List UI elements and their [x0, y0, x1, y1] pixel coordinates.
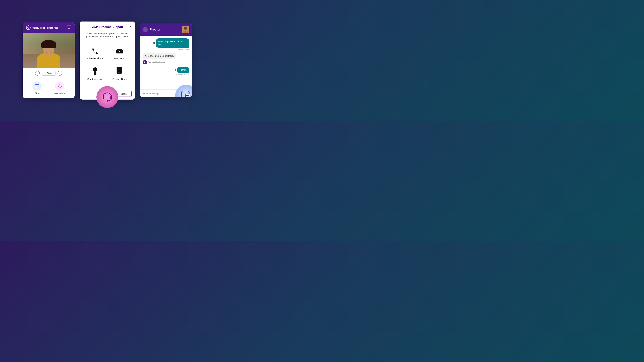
sender-avatar: P — [143, 60, 147, 64]
zoom-minus-button[interactable]: − — [35, 71, 40, 76]
proctoring-header: Verity Test Proctoring ⊡ — [23, 22, 75, 33]
camera-feed — [23, 33, 75, 68]
svg-rect-10 — [116, 67, 122, 74]
svg-point-0 — [26, 26, 30, 30]
proctoring-title: Verity Test Proctoring — [32, 26, 58, 29]
proctoring-action-bar: Chat Assistance — [23, 78, 75, 98]
back-button[interactable]: ← — [143, 27, 148, 32]
message-bubble-1: I have a question. Can you help? — [156, 38, 189, 48]
zoom-plus-button[interactable]: + — [58, 71, 62, 76]
message-meta-1: 3m ago. Seen — [176, 48, 190, 50]
product-docs-option[interactable]: Product Docs — [107, 63, 132, 84]
message-meta-2: < 1m ago. Seen — [175, 74, 189, 76]
proctor-avatar-image — [182, 26, 189, 33]
modal-header: YuJa Product Support ✕ — [80, 22, 135, 30]
svg-rect-7 — [116, 49, 123, 53]
modal-close-button[interactable]: ✕ — [128, 25, 132, 29]
send-message-option[interactable]: Send Message — [83, 63, 107, 84]
sender-name: Sam Jenkins 2m ago — [148, 61, 165, 63]
svg-rect-2 — [36, 85, 37, 85]
chat-icon-circle — [32, 81, 42, 91]
header-brand: Verity Test Proctoring — [26, 25, 58, 30]
send-message-icon — [91, 66, 100, 76]
chat-icon — [35, 84, 40, 88]
assistance-icon-circle — [55, 81, 64, 91]
zoom-value-display: 100% — [42, 71, 56, 76]
svg-rect-9 — [94, 72, 96, 75]
modal-title: YuJa Product Support — [92, 25, 123, 29]
chat-messages: I have a question. Can you help? 3m ago.… — [140, 36, 192, 89]
proctor-avatar — [182, 26, 189, 33]
message-dot-1 — [154, 42, 155, 44]
assistance-label: Assistance — [54, 92, 65, 94]
message-incoming-1: Yes, of course! Be right there. P Sam Je… — [143, 53, 189, 64]
chat-title: Proctor — [150, 28, 160, 31]
message-outgoing-2: Thanks! < 1m ago. Seen — [143, 67, 189, 76]
assistance-action-button[interactable]: Assistance — [54, 81, 65, 94]
send-email-option[interactable]: Send Email — [107, 43, 132, 63]
svg-rect-3 — [36, 86, 38, 86]
modal-subtitle: We're here to help! For product assistan… — [80, 30, 135, 42]
verity-logo-icon — [26, 25, 31, 30]
email-icon — [116, 47, 124, 55]
product-docs-label: Product Docs — [112, 78, 126, 80]
svg-point-6 — [59, 87, 60, 88]
zoom-controls: − 100% + — [23, 68, 75, 78]
docs-icon — [116, 66, 123, 76]
phone-icon — [91, 47, 100, 55]
chat-header-left: ← Proctor — [143, 27, 160, 32]
send-email-label: Send Email — [114, 57, 126, 60]
support-options-grid: Toll-Free Phone Send Email Send Message — [80, 42, 135, 88]
message-dot-2 — [174, 69, 176, 70]
chat-header: ← Proctor — [140, 23, 192, 36]
svg-rect-14 — [103, 96, 104, 99]
chat-label: Chat — [35, 92, 39, 94]
headset-small-icon — [57, 84, 62, 88]
layout-toggle-icon[interactable]: ⊡ — [67, 25, 71, 30]
svg-point-16 — [107, 100, 108, 102]
headset-bubble — [96, 86, 118, 108]
support-modal-container: YuJa Product Support ✕ We're here to hel… — [80, 21, 135, 99]
svg-rect-4 — [58, 86, 59, 87]
toll-free-phone-option[interactable]: Toll-Free Phone — [83, 43, 107, 63]
proctoring-panel: Verity Test Proctoring ⊡ — [23, 22, 75, 98]
message-bubble-3: Thanks! — [177, 67, 189, 73]
chat-action-button[interactable]: Chat — [32, 81, 42, 94]
message-outgoing-1: I have a question. Can you help? 3m ago.… — [143, 38, 189, 50]
send-message-label: Send Message — [88, 78, 103, 80]
headset-bubble-icon — [102, 91, 113, 103]
svg-point-8 — [93, 67, 98, 72]
message-with-avatar: Yes, of course! Be right there. P Sam Je… — [143, 53, 176, 64]
toll-free-label: Toll-Free Phone — [87, 57, 104, 60]
message-bubble-2: Yes, of course! Be right there. — [143, 53, 176, 59]
chat-panel: ← Proctor I have a question. Can you hel… — [140, 23, 192, 97]
chat-bubble-float-icon — [181, 90, 192, 97]
